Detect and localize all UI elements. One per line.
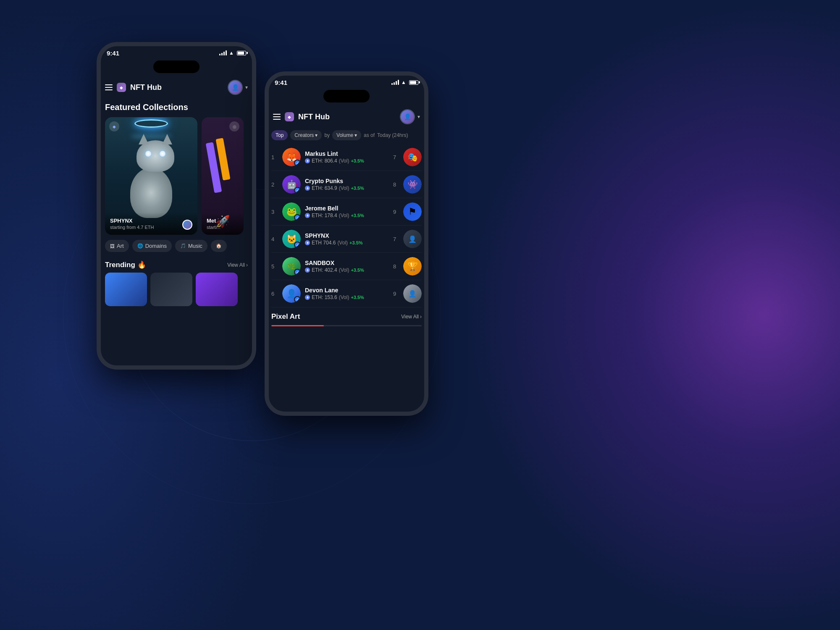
creator-rank-right-5: 8 (393, 263, 400, 270)
card-author-avatar-sphynx (182, 220, 192, 230)
filter-creators[interactable]: Creators ▾ (290, 130, 322, 140)
creator-row-6[interactable]: 6 👤 ✓ Devon Lane ETH: 153.6 (Vol) +3.5% … (271, 280, 422, 307)
creator-right-6: 9 👤 (393, 284, 422, 303)
creator-badge-6: ✓ (294, 296, 301, 303)
phone-2: 9:41 ▲ ◆ NFT Hub (265, 71, 428, 416)
trending-card-1[interactable] (105, 273, 147, 306)
creator-rank-right-1: 7 (393, 154, 400, 160)
music-icon: 🎵 (180, 243, 186, 249)
tab-home[interactable]: 🏠 (211, 240, 227, 252)
collection-card-meta[interactable]: 🚀 ◎ Met starti... (202, 117, 244, 235)
creator-rank-6: 6 (271, 291, 278, 297)
creator-avatar-2: 🤖 ✓ (282, 175, 301, 194)
status-time-1: 9:41 (107, 50, 119, 57)
trending-card-2[interactable] (150, 273, 192, 306)
creator-avatar-5: 🌿 ✓ (282, 257, 301, 276)
creator-row-5[interactable]: 5 🌿 ✓ SANDBOX ETH: 402.4 (Vol) +3.5% 8 (271, 253, 422, 280)
pixel-art-view-all[interactable]: View All › (401, 314, 422, 320)
filter-top[interactable]: Top (271, 130, 288, 140)
filter-time-text: Today (24hrs) (377, 132, 408, 138)
trending-view-all[interactable]: View All › (227, 262, 248, 268)
creator-badge-1: ✓ (294, 160, 301, 166)
trending-card-3[interactable] (196, 273, 238, 306)
creator-rank-right-6: 9 (393, 291, 400, 297)
creator-name-1: Markus Lint (305, 150, 393, 157)
card-info-meta: Met starti... (202, 213, 244, 235)
featured-title: Featured Collections (97, 98, 256, 117)
eth-value-4: ETH 704.6 (312, 240, 336, 246)
filter-volume-chevron: ▾ (354, 132, 357, 138)
app-header-1: ◆ NFT Hub 👤 ▾ (97, 76, 256, 98)
home-icon: 🏠 (216, 243, 222, 249)
status-time-2: 9:41 (275, 79, 287, 86)
creator-info-2: Crypto Punks ETH: 634.9 (Vol) +3.5% (305, 178, 393, 191)
app-header-2: ◆ NFT Hub 👤 ▾ (265, 106, 428, 128)
creator-badge-4: ✓ (294, 242, 301, 248)
creator-avatar-right-3: ⚑ (403, 202, 422, 221)
tab-music[interactable]: 🎵 Music (175, 240, 207, 252)
avatar-button-1[interactable]: 👤 ▾ (228, 80, 248, 95)
tab-domains[interactable]: 🌐 Domains (132, 240, 172, 252)
pixel-art-section: Pixel Art View All › (265, 307, 428, 323)
hamburger-menu-1[interactable] (105, 84, 113, 90)
creator-right-4: 7 👤 (393, 230, 422, 248)
creator-rank-4: 4 (271, 236, 278, 242)
pixel-view-all-label: View All (401, 314, 419, 320)
dynamic-island-1 (153, 60, 200, 73)
creator-row-2[interactable]: 2 🤖 ✓ Crypto Punks ETH: 634.9 (Vol) +3.5… (271, 171, 422, 198)
hamburger-menu-2[interactable] (273, 114, 281, 120)
collection-card-sphynx[interactable]: ◆ SPHYNX starting from 4.7 ETH (105, 117, 197, 235)
music-label: Music (188, 243, 202, 249)
filter-bar: Top Creators ▾ by Volume ▾ as of Today (… (265, 128, 428, 144)
eth-vol-1: (Vol) (339, 158, 349, 164)
creator-row-1[interactable]: 1 🦊 ✓ Markus Lint ETH: 806.4 (Vol) +3.5%… (271, 144, 422, 171)
filter-volume[interactable]: Volume ▾ (332, 130, 361, 140)
creator-row-3[interactable]: 3 🐸 ✓ Jerome Bell ETH: 178.4 (Vol) +3.5%… (271, 198, 422, 226)
creator-rank-right-2: 8 (393, 181, 400, 188)
card-name-sphynx: SPHYNX (110, 218, 192, 224)
avatar-button-2[interactable]: 👤 ▾ (400, 109, 420, 124)
wifi-icon-2: ▲ (401, 79, 406, 85)
creator-right-1: 7 🎭 (393, 148, 422, 166)
bg-glow-right (462, 0, 840, 630)
filter-by-text: by (324, 132, 330, 138)
creator-name-6: Devon Lane (305, 287, 393, 294)
creator-right-2: 8 👾 (393, 175, 422, 194)
filter-creators-chevron: ▾ (315, 132, 318, 138)
cat-eye-right (160, 151, 165, 157)
chevron-right-icon: › (246, 262, 248, 268)
eth-icon-4 (305, 240, 310, 245)
creator-rank-1: 1 (271, 154, 278, 160)
creator-avatar-1: 🦊 ✓ (282, 148, 301, 166)
filter-volume-label: Volume (336, 132, 353, 138)
domains-label: Domains (145, 243, 167, 249)
creator-avatar-right-4: 👤 (403, 230, 422, 248)
creator-avatar-6: 👤 ✓ (282, 284, 301, 303)
dynamic-island-2 (323, 90, 370, 102)
cat-eyes (145, 151, 165, 157)
battery-icon-2 (409, 80, 418, 85)
tab-art[interactable]: 🖼 Art (105, 240, 129, 252)
cat-ear-left (139, 134, 149, 144)
creator-avatar-4: 🐱 ✓ (282, 230, 301, 248)
eth-value-6: ETH: 153.6 (312, 294, 337, 300)
creator-eth-1: ETH: 806.4 (Vol) +3.5% (305, 158, 393, 164)
card-price-meta: starti... (207, 225, 239, 230)
pixel-progress-bar (271, 325, 422, 326)
status-icons-1: ▲ (219, 50, 246, 56)
eth-value-2: ETH: 634.9 (312, 185, 337, 191)
view-all-label: View All (227, 262, 245, 268)
featured-scroll: ◆ SPHYNX starting from 4.7 ETH 🚀 ◎ Met s… (97, 117, 256, 235)
art-icon: 🖼 (110, 244, 115, 249)
creator-avatar-right-1: 🎭 (403, 148, 422, 166)
wifi-icon: ▲ (229, 50, 234, 56)
eth-icon-1 (305, 158, 310, 163)
card-top-icon-right: ◎ (229, 121, 239, 131)
creator-row-4[interactable]: 4 🐱 ✓ SPHYNX ETH 704.6 (Vol) +3.5% 7 (271, 226, 422, 253)
creator-eth-5: ETH: 402.4 (Vol) +3.5% (305, 267, 393, 273)
logo-icon-1: ◆ (117, 83, 126, 92)
eth-change-3: +3.5% (351, 213, 364, 218)
signal-icon-2 (391, 80, 399, 85)
header-left-1: ◆ NFT Hub (105, 83, 162, 92)
card-name-meta: Met (207, 218, 239, 224)
